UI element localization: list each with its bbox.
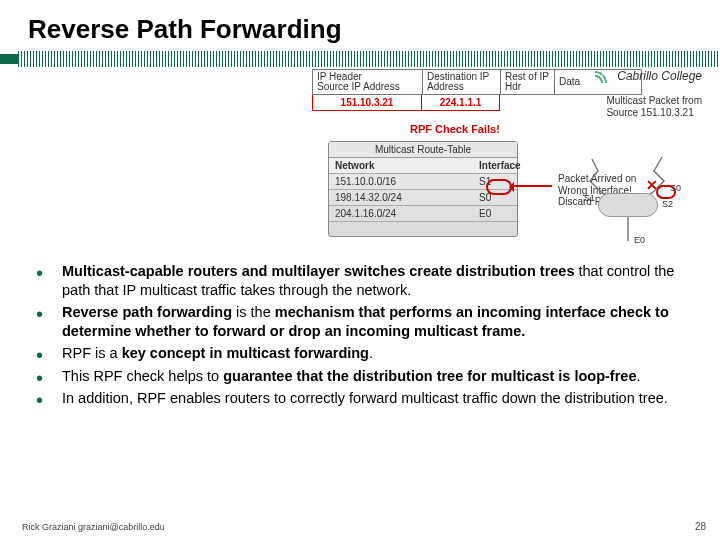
- label-s1: S1: [584, 193, 595, 203]
- red-arrow-icon: [510, 185, 552, 187]
- list-item: In addition, RPF enables routers to corr…: [28, 389, 696, 408]
- college-logo: Cabrillo College: [595, 69, 702, 83]
- list-item: Multicast-capable routers and multilayer…: [28, 262, 696, 299]
- packet-header-row: IP HeaderSource IP Address Destination I…: [312, 69, 642, 95]
- list-item: Reverse path forwarding is the mechanism…: [28, 303, 696, 340]
- list-item: RPF is a key concept in multicast forwar…: [28, 344, 696, 363]
- source-ip-value: 151.10.3.21: [312, 95, 422, 111]
- dest-ip-value: 224.1.1.1: [422, 95, 500, 111]
- rpf-check-fails-label: RPF Check Fails!: [410, 123, 500, 135]
- route-table-title: Multicast Route-Table: [329, 142, 517, 158]
- wave-icon: [595, 69, 613, 83]
- label-e0: E0: [634, 235, 645, 245]
- footer-author: Rick Graziani graziani@cabrillo.edu: [22, 522, 165, 532]
- label-s2: S2: [662, 199, 673, 209]
- router-icon: [598, 193, 658, 217]
- label-s0: S0: [670, 183, 681, 193]
- table-cell: E0: [473, 206, 517, 222]
- col-interface: Interface: [473, 158, 517, 174]
- table-cell: 204.1.16.0/24: [329, 206, 473, 222]
- table-cell: 198.14.32.0/24: [329, 190, 473, 206]
- list-item: This RPF check helps to guarantee that t…: [28, 367, 696, 386]
- page-number: 28: [695, 521, 706, 532]
- table-cell: 151.10.0.0/16: [329, 174, 473, 190]
- col-network: Network: [329, 158, 473, 174]
- page-title: Reverse Path Forwarding: [0, 0, 720, 45]
- decorative-bar: [0, 51, 720, 67]
- bullet-list: Multicast-capable routers and multilayer…: [28, 262, 696, 412]
- router-illustration: ✕ S1 S0 S2 E0: [562, 149, 702, 249]
- logo-text: Cabrillo College: [617, 69, 702, 83]
- packet-values-row: 151.10.3.21 224.1.1.1: [312, 95, 642, 111]
- rpf-diagram: Cabrillo College IP HeaderSource IP Addr…: [90, 69, 702, 249]
- multicast-packet-caption: Multicast Packet from Source 151.10.3.21: [606, 95, 702, 119]
